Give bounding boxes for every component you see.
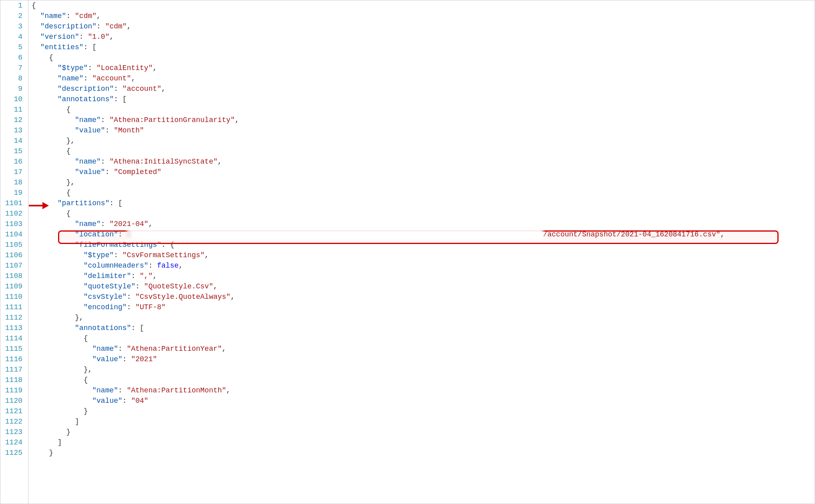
line-number: 1122 xyxy=(0,416,22,427)
code-line: "name": "Athena:PartitionGranularity", xyxy=(32,115,815,125)
json-string: "Completed" xyxy=(114,168,161,176)
line-number: 1114 xyxy=(0,333,22,344)
line-number-gutter: 1234567891011121314151617181911011102110… xyxy=(0,0,28,504)
line-number: 1123 xyxy=(0,427,22,437)
code-line: ] xyxy=(32,437,815,448)
json-string: "Month" xyxy=(114,126,144,134)
line-number: 4 xyxy=(0,32,22,42)
line-number: 7 xyxy=(0,63,22,73)
json-key: "value" xyxy=(92,397,122,405)
line-number: 6 xyxy=(0,52,22,63)
code-line: "csvStyle": "CsvStyle.QuoteAlways", xyxy=(32,292,815,302)
brace: ] xyxy=(58,438,62,446)
json-key: "value" xyxy=(75,126,105,134)
code-line: "description": "cdm", xyxy=(32,21,815,32)
json-key: "version" xyxy=(40,33,79,41)
line-number: 5 xyxy=(0,42,22,52)
line-number: 1108 xyxy=(0,271,22,281)
line-number: 1125 xyxy=(0,448,22,458)
line-number: 2 xyxy=(0,11,22,21)
json-key: "csvStyle" xyxy=(84,293,127,301)
code-line: "name": "2021-04", xyxy=(32,219,815,229)
line-number: 1 xyxy=(0,0,22,11)
json-string: "Athena:PartitionYear" xyxy=(127,345,222,353)
brace: { xyxy=(32,2,36,10)
brace: { xyxy=(66,189,70,197)
brace: { xyxy=(66,210,70,218)
code-line: "encoding": "UTF-8" xyxy=(32,302,815,312)
code-line: "value": "Completed" xyxy=(32,167,815,177)
line-number: 14 xyxy=(0,136,22,146)
code-line: "fileFormatSettings": { xyxy=(32,240,815,250)
code-line: } xyxy=(32,448,815,458)
line-number: 1120 xyxy=(0,396,22,406)
json-key: "name" xyxy=(75,158,101,166)
json-key: "fileFormatSettings" xyxy=(75,241,161,249)
line-number: 1105 xyxy=(0,240,22,250)
brace: { xyxy=(84,376,88,384)
code-line: "value": "04" xyxy=(32,396,815,406)
code-line: "description": "account", xyxy=(32,84,815,94)
line-number: 17 xyxy=(0,167,22,177)
code-line: { xyxy=(32,146,815,156)
json-key: "entities" xyxy=(40,43,84,51)
line-number: 13 xyxy=(0,125,22,136)
code-line: { xyxy=(32,208,815,219)
json-string: "2021-04" xyxy=(109,220,148,228)
code-line: "quoteStyle": "QuoteStyle.Csv", xyxy=(32,281,815,292)
json-key: "name" xyxy=(92,386,118,394)
json-string: "CsvFormatSettings" xyxy=(122,251,205,259)
line-number: 1115 xyxy=(0,344,22,354)
code-line: }, xyxy=(32,136,815,146)
line-number: 18 xyxy=(0,177,22,188)
code-line: }, xyxy=(32,364,815,375)
json-key: "name" xyxy=(92,345,118,353)
json-string: "1.0" xyxy=(88,33,109,41)
code-line: }, xyxy=(32,312,815,323)
code-line: "value": "2021" xyxy=(32,354,815,364)
json-key: "partitions" xyxy=(58,199,110,207)
line-number: 10 xyxy=(0,94,22,104)
code-line: "name": "Athena:PartitionMonth", xyxy=(32,385,815,396)
line-number: 12 xyxy=(0,115,22,125)
code-line: "name": "Athena:InitialSyncState", xyxy=(32,156,815,167)
json-key: "encoding" xyxy=(84,303,127,311)
code-line: } xyxy=(32,427,815,437)
code-line: { xyxy=(32,0,815,11)
line-number: 1116 xyxy=(0,354,22,364)
line-number: 1104 xyxy=(0,229,22,240)
line-number: 1107 xyxy=(0,260,22,271)
line-number: 19 xyxy=(0,188,22,198)
line-number: 1119 xyxy=(0,385,22,396)
line-number: 1110 xyxy=(0,292,22,302)
brace: ] xyxy=(75,418,79,426)
code-line: "name": "Athena:PartitionYear", xyxy=(32,344,815,354)
code-line: "annotations": [ xyxy=(32,323,815,333)
json-string: "," xyxy=(140,272,153,280)
code-area[interactable]: { "name": "cdm", "description": "cdm", "… xyxy=(28,0,815,504)
brace: }, xyxy=(84,366,92,374)
line-number: 11 xyxy=(0,104,22,115)
line-number: 3 xyxy=(0,21,22,32)
json-string: "cdm" xyxy=(105,22,127,30)
json-string: "QuoteStyle.Csv" xyxy=(144,282,213,290)
line-number: 1118 xyxy=(0,375,22,385)
brace: } xyxy=(66,428,70,436)
json-string: "Athena:PartitionGranularity" xyxy=(109,116,235,124)
json-key: "quoteStyle" xyxy=(84,282,136,290)
brace: { xyxy=(84,334,88,342)
code-line: }, xyxy=(32,177,815,188)
line-number: 1109 xyxy=(0,281,22,292)
line-number: 15 xyxy=(0,146,22,156)
code-line: { xyxy=(32,52,815,63)
code-line: } xyxy=(32,406,815,416)
line-number: 1113 xyxy=(0,323,22,333)
brace: { xyxy=(66,106,70,114)
json-key: "$type" xyxy=(58,64,88,72)
line-number: 9 xyxy=(0,84,22,94)
code-line: "partitions": [ xyxy=(32,198,815,208)
code-line: { xyxy=(32,333,815,344)
json-string: "account" xyxy=(122,85,161,93)
code-line: "name": "cdm", xyxy=(32,11,815,21)
line-number: 1103 xyxy=(0,219,22,229)
